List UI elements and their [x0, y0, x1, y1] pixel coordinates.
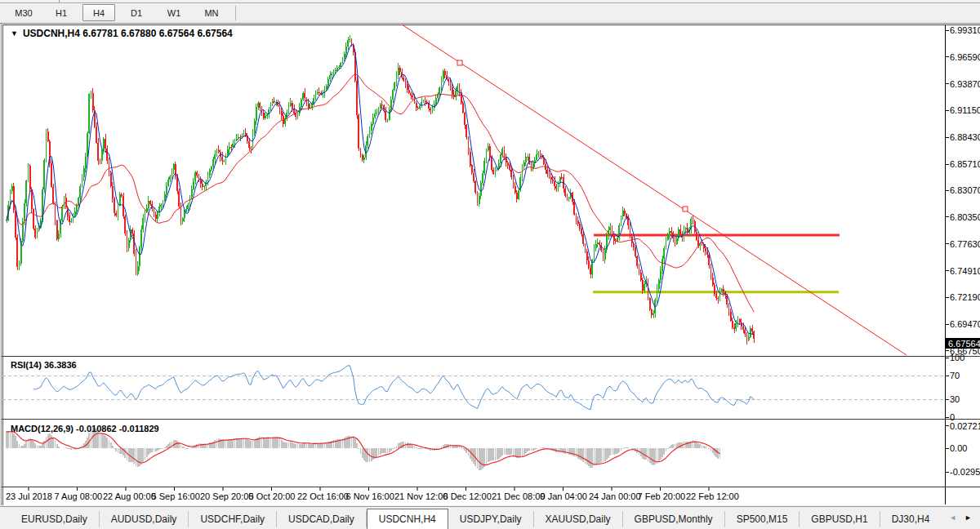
chart-tab-usdchf[interactable]: USDCHF,Daily: [189, 511, 277, 527]
timeframe-button-h1[interactable]: H1: [45, 4, 78, 21]
chart-title-label: USDCNH,H4 6.67781 6.67880 6.67564 6.6756…: [23, 28, 233, 39]
price-tick-label: 6.83070: [950, 185, 980, 195]
timeframe-toolbar: M30H1H4D1W1MN: [0, 3, 980, 22]
date-tick-label: 22 Feb 12:00: [686, 491, 739, 501]
svg-text:6.67564: 6.67564: [948, 339, 980, 349]
chart-tab-audusd[interactable]: AUDUSD,Daily: [100, 511, 189, 527]
chart-title: ▼ USDCNH,H4 6.67781 6.67880 6.67564 6.67…: [11, 28, 233, 39]
date-tick-label: 22 Oct 16:00: [297, 491, 349, 501]
date-tick-label: 7 Aug 08:00: [55, 491, 103, 501]
chart-tab-gbpusd[interactable]: GBPUSD,H1: [800, 511, 880, 527]
timeframe-button-d1[interactable]: D1: [120, 4, 153, 21]
price-tick-label: 6.93870: [950, 79, 980, 89]
price-tick-label: 6.99310: [950, 25, 980, 35]
rsi-tick-label: 70: [950, 371, 960, 380]
trendline-handle[interactable]: [457, 60, 462, 65]
chart-tab-sp500[interactable]: SP500,M15: [725, 511, 800, 527]
price-tick-label: 6.96590: [950, 52, 980, 62]
date-tick-label: 23 Jul 2018: [6, 491, 52, 501]
price-tick-label: 6.80350: [950, 212, 980, 222]
price-tick-label: 6.91150: [950, 105, 980, 115]
chevron-down-icon: ▼: [11, 30, 18, 38]
price-tick-label: 6.74910: [950, 266, 980, 276]
chart-tab-usdcad[interactable]: USDCAD,Daily: [277, 511, 367, 527]
price-tick-label: 6.77630: [950, 239, 980, 249]
price-tick-label: 6.72190: [950, 292, 980, 302]
chart-tab-usdcnh[interactable]: USDCNH,H4: [367, 509, 448, 529]
date-tick-label: 7 Feb 20:00: [638, 491, 686, 501]
macd-tick-label: -0.029558: [950, 467, 980, 477]
date-tick-label: 24 Jan 00:00: [589, 491, 641, 501]
chart-canvas[interactable]: 6.993106.965906.938706.911506.884306.857…: [0, 0, 980, 529]
timeframe-button-w1[interactable]: W1: [158, 4, 190, 21]
current-price-box: 6.67564: [946, 338, 980, 349]
timeframe-button-m30[interactable]: M30: [7, 4, 40, 21]
price-tick-label: 6.88430: [950, 132, 980, 142]
macd-indicator-label: MACD(12,26,9) -0.010862 -0.011829: [11, 424, 159, 433]
timeframe-button-h4[interactable]: H4: [82, 4, 115, 21]
rsi-tick-label: 30: [950, 394, 960, 404]
rsi-indicator-label: RSI(14) 36.3836: [11, 360, 77, 370]
price-tick-label: 6.85710: [950, 159, 980, 169]
rsi-tick-label: 100: [950, 353, 964, 362]
chart-tab-xauusd[interactable]: XAUUSD,Daily: [534, 511, 623, 527]
date-tick-label: 5 Sep 16:00: [152, 491, 200, 501]
date-tick-label: 5 Oct 20:00: [249, 491, 296, 501]
timeframe-button-mn[interactable]: MN: [195, 4, 228, 21]
chart-tab-dj30[interactable]: DJ30,H4: [880, 511, 941, 527]
date-tick-label: 22 Aug 00:00: [103, 491, 156, 501]
trendline-handle[interactable]: [683, 207, 688, 211]
chart-tab-gbpusd[interactable]: GBPUSD,Monthly: [623, 511, 725, 527]
date-tick-label: 9 Jan 04:00: [541, 491, 588, 501]
toolbar-separator: [235, 6, 236, 20]
tab-scroll-left-icon[interactable]: ◄: [949, 514, 956, 522]
date-tick-label: 6 Nov 16:00: [346, 491, 394, 501]
tab-scroll-controls: ◄ ►: [941, 507, 980, 529]
macd-tick-label: 0.00: [950, 443, 967, 453]
date-tick-label: 21 Dec 08:00: [492, 491, 545, 501]
tab-scroll-right-icon[interactable]: ►: [964, 514, 972, 522]
chart-tab-usdjpy[interactable]: USDJPY,Daily: [448, 511, 534, 527]
price-tick-label: 6.69470: [950, 319, 980, 329]
date-tick-label: 20 Sep 20:00: [200, 491, 253, 501]
date-tick-label: 6 Dec 12:00: [443, 491, 492, 501]
chart-tab-eurusd[interactable]: EURUSD,Daily: [10, 511, 100, 527]
macd-tick-label: 0.027219: [950, 421, 980, 431]
date-tick-label: 21 Nov 12:00: [394, 491, 448, 501]
chart-tab-bar: EURUSD,DailyAUDUSD,DailyUSDCHF,DailyUSDC…: [0, 506, 980, 529]
